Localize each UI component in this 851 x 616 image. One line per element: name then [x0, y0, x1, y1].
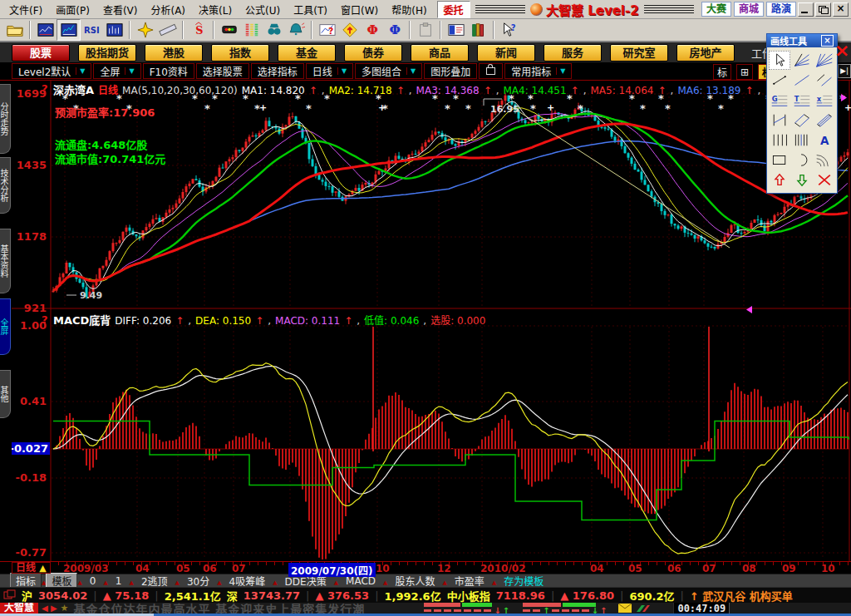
tool-rectangle[interactable] [769, 150, 790, 170]
market-tab-5[interactable]: 债券 [344, 44, 402, 62]
bottom-tab-2[interactable]: 0 [82, 575, 104, 587]
panel-window-button[interactable] [445, 20, 467, 40]
minimize-button[interactable] [798, 2, 814, 17]
toolbar2-item-5[interactable]: 日线▼ [306, 63, 353, 79]
phi-blue-button[interactable]: Φ [383, 20, 406, 40]
tool-segment[interactable] [769, 71, 790, 90]
books-button[interactable] [467, 20, 489, 40]
sidebar-item-4[interactable]: 其他 [0, 370, 11, 418]
titlebar-link-0[interactable]: 大赛 [701, 2, 731, 17]
kline-chart-button[interactable] [34, 20, 57, 40]
palette-titlebar[interactable]: 画线工具 × [767, 34, 837, 47]
tool-time-ruler[interactable]: T [791, 91, 813, 110]
sidebar-item-2[interactable]: 基本资料 [0, 229, 11, 293]
super-s-button[interactable]: S [187, 20, 209, 40]
toolbar2-item-1[interactable]: 全屏▼ [93, 63, 140, 79]
question-chart-button[interactable]: ? [316, 20, 338, 40]
compass-button[interactable] [134, 20, 156, 40]
bottom-tab-10[interactable]: 市盈率 [447, 574, 492, 588]
tool-pitchfork[interactable] [814, 111, 835, 130]
bar-chart-button[interactable] [103, 20, 125, 40]
titlebar-link-1[interactable]: 商城 [734, 2, 764, 17]
menu-item-1[interactable]: 画面(P) [49, 0, 96, 19]
toolbar2-item-8[interactable] [479, 63, 503, 79]
tool-text-label[interactable]: A [814, 131, 835, 150]
ticker-arrows-icon[interactable]: ◀ ▶ [42, 604, 57, 613]
sidebar-item-1[interactable]: 技术分析 [0, 157, 11, 214]
tool-golden-section[interactable]: G [769, 91, 790, 110]
traffic-light-button[interactable] [218, 20, 240, 40]
tool-fibonacci-arcs[interactable] [814, 150, 835, 170]
toolbar2-item-3[interactable]: 选择股票 [196, 63, 249, 79]
clipboard-button[interactable] [414, 20, 436, 40]
titlebar-link-2[interactable]: 路演 [766, 2, 796, 17]
panel-close-x-icon[interactable]: × [834, 42, 849, 60]
trade-button[interactable]: 委托 [437, 1, 470, 18]
tool-line[interactable] [791, 71, 813, 90]
market-tab-6[interactable]: 商品 [411, 44, 469, 62]
bottom-tab-9[interactable]: 股东人数 [387, 574, 442, 588]
market-tab-0[interactable]: 股票 [12, 44, 70, 62]
market-tab-4[interactable]: 基金 [278, 44, 336, 62]
menu-item-0[interactable]: 文件(F) [2, 0, 49, 19]
toolbar2-item-6[interactable]: 多图组合▼ [355, 63, 422, 79]
period-box[interactable]: 日线 ▲ [12, 562, 51, 574]
diamond-arrow-button[interactable] [338, 20, 361, 40]
tool-arrow-up[interactable] [769, 170, 790, 190]
close-button[interactable]: × [833, 2, 849, 17]
restore-button[interactable] [815, 2, 831, 17]
toolbar2-item-0[interactable]: Level2默认▼ [12, 63, 91, 79]
tool-arc[interactable] [791, 150, 813, 170]
market-tab-10[interactable]: 房地产 [676, 44, 735, 62]
alarm-bell-button[interactable] [285, 20, 307, 40]
toolbar2-item-2[interactable]: F10资料 [143, 63, 194, 79]
menu-item-3[interactable]: 分析(A) [144, 0, 192, 19]
tool-channel[interactable] [791, 111, 813, 130]
market-tab-1[interactable]: 股指期货 [78, 44, 136, 62]
tool-delete[interactable] [814, 170, 835, 190]
binoculars-button[interactable] [263, 20, 285, 40]
market-tab-3[interactable]: 指数 [211, 44, 269, 62]
menu-item-7[interactable]: 窗口(W) [334, 0, 385, 19]
open-folder-button[interactable] [3, 20, 26, 40]
toolbar2-item-9[interactable]: 常用指标▼ [504, 63, 572, 79]
tool-pointer[interactable] [769, 51, 790, 70]
sidebar-item-0[interactable]: 分时走势 [0, 84, 11, 154]
tool-percent-lines[interactable]: x [814, 91, 835, 110]
toolbar2-item-4[interactable]: 选择指标 [251, 63, 304, 79]
ruler-button[interactable] [156, 20, 179, 40]
rsi-button[interactable]: RSI [81, 20, 103, 40]
tool-vertical-lines[interactable] [769, 131, 790, 150]
menu-item-2[interactable]: 查看(V) [96, 0, 145, 19]
tool-arrow-down[interactable] [791, 170, 813, 190]
windows-icon[interactable] [3, 589, 16, 602]
bottom-tab-5[interactable]: 30分 [180, 574, 217, 588]
minute-chart-button[interactable] [57, 19, 81, 41]
menu-item-6[interactable]: 工具(T) [287, 0, 334, 19]
menu-item-5[interactable]: 公式(U) [239, 0, 287, 19]
color-bars-button[interactable] [240, 20, 263, 40]
context-help-button[interactable]: ? [498, 20, 520, 40]
market-tab-8[interactable]: 服务 [544, 44, 602, 62]
toolbar2-nav-button[interactable]: ▶| [838, 64, 851, 78]
tool-parallel-lines[interactable] [814, 71, 835, 90]
sidebar-item-3[interactable]: 全屏 [0, 298, 11, 355]
phi-red-button[interactable]: Φ [361, 20, 383, 40]
toolbar2-item-7[interactable]: 图形叠加 [424, 63, 477, 79]
market-tab-9[interactable]: 研究室 [610, 44, 668, 62]
market-tab-7[interactable]: 新闻 [477, 44, 535, 62]
toolbar2-right-1[interactable]: ⊞ [736, 64, 753, 80]
tool-cycle-lines[interactable] [791, 131, 813, 150]
toolbar2-right-0[interactable]: 标 [713, 64, 731, 80]
tool-gann-fan[interactable] [814, 51, 835, 70]
menu-item-8[interactable]: 帮助(H) [385, 0, 433, 19]
menu-item-4[interactable]: 决策(L) [192, 0, 239, 19]
timeline[interactable]: 日线 ▲ 2009/03040506072009/07/30(四)1012201… [0, 561, 851, 574]
market-tab-2[interactable]: 港股 [145, 44, 203, 62]
mail-icon[interactable] [618, 604, 632, 613]
bottom-tab-4[interactable]: 2逃顶 [134, 574, 175, 588]
palette-close-icon[interactable]: × [821, 35, 834, 47]
tool-fan[interactable] [791, 51, 813, 70]
bottom-tab-6[interactable]: 4吸筹峰 [222, 574, 273, 588]
bottom-tab-11[interactable]: 存为模板 [496, 574, 551, 588]
